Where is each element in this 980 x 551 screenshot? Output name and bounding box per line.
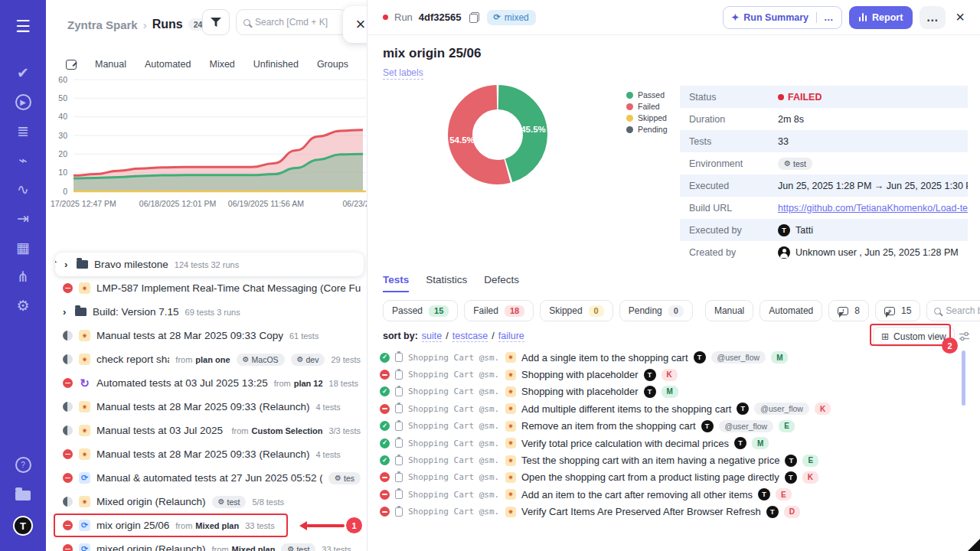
status-filter-button[interactable]: Failed 18 [464,300,534,321]
sidebar-icon[interactable]: ▦ [9,233,37,262]
assignee-avatar[interactable]: T [758,488,770,500]
test-suite[interactable]: Shopping Cart @sm... [408,353,500,363]
run-list-item[interactable]: check report sharing from plan one MacOS… [46,347,367,371]
run-list-item[interactable]: Manual tests at 28 Mar 2025 09:33 Copy 6… [46,324,367,347]
user-avatar[interactable]: T [9,511,37,540]
filter-button[interactable] [202,9,230,35]
tests-search-input[interactable] [946,305,980,316]
run-name[interactable]: Mixed origin (Relaunch) [96,496,206,507]
test-title[interactable]: Add a single item to the shopping cart [521,352,688,364]
run-list-item[interactable]: Manual tests at 03 Jul 2025 12:08 from C… [46,419,367,442]
test-title[interactable]: Shopping with placeholder [521,386,639,397]
assignee-avatar[interactable]: T [785,471,797,484]
sort-by-testcase[interactable]: testcase [452,331,488,342]
test-list-item[interactable]: Shopping Cart @sm... Shopping with place… [380,383,963,400]
panel-close-button[interactable] [343,6,368,43]
assignee-avatar[interactable]: T [737,403,749,415]
sidebar-icon[interactable]: ☰ [9,12,37,41]
assignee-avatar[interactable]: T [785,455,797,467]
test-suite[interactable]: Shopping Cart @sm... [408,472,500,482]
run-list-item[interactable]: Manual tests at 28 Mar 2025 09:33 (Relau… [46,395,367,419]
status-filter-button[interactable]: Passed 15 [383,300,458,321]
tab-manual[interactable]: Manual [95,59,126,70]
run-summary-button[interactable]: Run Summary … [723,6,841,29]
sliders-icon[interactable] [959,331,970,342]
run-name[interactable]: mix origin 25/06 [96,520,169,531]
test-list-item[interactable]: Shopping Cart @sm... Add a single item t… [380,349,963,366]
test-suite[interactable]: Shopping Cart @sm... [408,370,500,380]
breadcrumb-section[interactable]: Runs [152,18,183,31]
run-name[interactable]: check report sharing [96,354,169,365]
status-filter-button[interactable]: Skipped 0 [540,300,613,321]
run-name[interactable]: Manual & automated tests at 27 Jun 2025 … [96,472,322,484]
test-suite[interactable]: Shopping Cart @sm... [408,386,500,396]
test-letter-badge[interactable]: D [784,506,800,518]
runs-search-input[interactable] [255,17,340,28]
test-list-item[interactable]: Shopping Cart @sm... Add multiple differ… [380,400,963,417]
test-list-item[interactable]: Shopping Cart @sm... Shopping with place… [380,366,963,383]
projects-folder-icon[interactable] [9,481,37,510]
test-tag-badge[interactable]: @user_flow [754,403,809,415]
build-url-link[interactable]: https://github.com/TetianaKhomenko/Load-… [778,203,968,214]
run-name[interactable]: Automated tests at 03 Jul 2025 13:25 [96,377,268,389]
detail-tab[interactable]: Defects [484,274,519,292]
test-list-item[interactable]: Shopping Cart @sm... Verify Cart Items A… [380,504,963,520]
test-letter-badge[interactable]: M [771,351,788,364]
sort-by-suite[interactable]: suite [422,331,442,342]
tab-automated[interactable]: Automated [145,59,191,70]
close-detail-button[interactable] [952,8,968,26]
test-suite[interactable]: Shopping Cart @sm... [408,404,500,414]
comment-filter-button[interactable]: + 15 [875,300,920,321]
sort-by-failure[interactable]: failure [498,331,524,342]
test-letter-badge[interactable]: K [802,471,818,484]
chevron-right-icon[interactable]: › [64,259,70,270]
run-list-item[interactable]: mixed origin (Relaunch) from Mixed plan … [46,537,367,551]
run-list-item[interactable]: Manual & automated tests at 27 Jun 2025 … [46,466,367,490]
test-list-item[interactable]: Shopping Cart @sm... Test the shopping c… [380,452,963,468]
test-title[interactable]: Remove an item from the shopping cart [521,420,696,432]
run-list-item[interactable]: Mixed origin (Relaunch) test 5/8 tests [46,490,367,514]
sidebar-icon[interactable]: ⚙ [9,291,37,320]
sidebar-icon[interactable]: ≣ [9,116,37,145]
sidebar-icon[interactable]: ⋔ [9,262,37,291]
more-actions-button[interactable]: … [920,6,946,29]
breadcrumb-project[interactable]: Zyntra Spark [67,18,138,31]
test-title[interactable]: Add multiple different items to the shop… [521,403,731,415]
status-filter-button[interactable]: Pending 0 [619,300,693,321]
test-title[interactable]: Verify Cart Items Are Preserved After Br… [521,506,761,517]
test-letter-badge[interactable]: E [802,455,818,467]
test-title[interactable]: Test the shopping cart with an item havi… [521,455,779,466]
assignee-avatar[interactable]: T [701,420,714,432]
run-list-item[interactable]: LMP-587 Implement Real-Time Chat Messagi… [46,276,367,300]
run-list-item[interactable]: › Bravo milestone 124 tests 32 runs [55,253,364,276]
sidebar-icon[interactable]: ▶ [9,87,37,116]
test-letter-badge[interactable]: M [752,437,769,449]
assignee-avatar[interactable]: T [766,506,779,518]
test-letter-badge[interactable]: K [662,369,678,381]
automated-filter-button[interactable]: Automated [760,300,822,321]
run-list-item[interactable]: Manual tests at 28 Mar 2025 09:33 (Relau… [46,442,367,466]
test-suite[interactable]: Shopping Cart @sm... [408,439,500,448]
assignee-avatar[interactable]: T [694,351,706,364]
test-tag-badge[interactable]: @user_flow [711,351,766,364]
run-name[interactable]: Bravo milestone [94,259,168,270]
test-list-item[interactable]: Shopping Cart @sm... Remove an item from… [380,418,963,435]
run-name[interactable]: Build: Version 7.15 [93,306,179,318]
run-name[interactable]: mixed origin (Relaunch) [96,543,206,551]
test-letter-badge[interactable]: K [815,403,831,415]
test-title[interactable]: Open the shopping cart from a product li… [521,471,779,483]
run-name[interactable]: Manual tests at 28 Mar 2025 09:33 (Relau… [96,401,309,412]
test-title[interactable]: Verify total price calculation with deci… [521,438,729,449]
report-button[interactable]: Report [849,6,913,29]
assignee-avatar[interactable]: T [644,386,656,398]
scrollbar-thumb[interactable] [962,350,965,406]
tab-groups[interactable]: Groups [317,59,348,70]
test-letter-badge[interactable]: M [662,386,678,398]
manual-filter-button[interactable]: Manual [705,300,753,321]
test-suite[interactable]: Shopping Cart @sm... [408,490,500,500]
detail-tab[interactable]: Statistics [426,274,467,292]
copy-icon[interactable] [469,12,479,23]
test-suite[interactable]: Shopping Cart @sm... [408,507,500,517]
runs-board-icon[interactable] [66,60,77,70]
sidebar-icon[interactable]: ⌁ [9,145,37,174]
